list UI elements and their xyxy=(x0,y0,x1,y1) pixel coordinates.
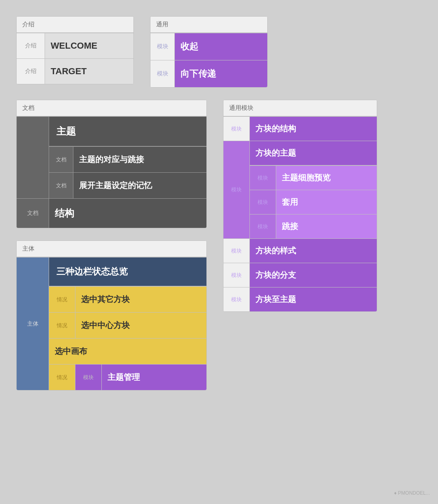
gmodule-nested-label-jump: 模块 xyxy=(250,214,276,238)
intro-value-welcome: WELCOME xyxy=(45,33,133,58)
gmodule-label-structure: 模块 xyxy=(223,117,250,141)
body-title-row: 三种边栏状态总览 xyxy=(49,257,206,286)
page-wrapper: 介绍 介绍 WELCOME 介绍 TARGET 通用 模块 收起 模块 xyxy=(16,16,422,390)
body-card-header: 主体 xyxy=(17,241,206,257)
doc-sub-rows: 文档 主题的对应与跳接 文档 展开主题设定的记忆 xyxy=(49,146,206,198)
doc-right: 主题 文档 主题的对应与跳接 文档 展开主题设定的记忆 xyxy=(49,117,206,198)
general-card: 通用 模块 收起 模块 向下传递 xyxy=(150,16,268,88)
doc-main-row: 主题 文档 主题的对应与跳接 文档 展开主题设定的记忆 xyxy=(17,116,206,198)
gmodule-row-style: 模块 方块的样式 xyxy=(223,238,377,263)
body-sub-label-2: 情况 xyxy=(49,313,75,338)
gmodule-nested-value-preview: 主题细胞预览 xyxy=(276,166,377,190)
body-sub-row-1: 情况 选中其它方块 xyxy=(49,286,206,312)
top-row: 介绍 介绍 WELCOME 介绍 TARGET 通用 模块 收起 模块 xyxy=(16,16,422,88)
body-card: 主体 主体 三种边栏状态总览 情况 选中其它方块 情况 选中中心方块 xyxy=(16,240,207,390)
general-row-collect: 模块 收起 xyxy=(150,33,267,60)
gmodule-label-to-theme: 模块 xyxy=(223,287,250,311)
intro-row-welcome: 介绍 WELCOME xyxy=(17,33,133,58)
body-canvas-row: 情况 模块 主题管理 xyxy=(49,365,206,390)
intro-card-header: 介绍 xyxy=(17,17,133,33)
body-left-col: 主体 xyxy=(17,257,49,390)
intro-table: 介绍 WELCOME 介绍 TARGET xyxy=(17,33,133,84)
gmodule-nested-row-preview: 模块 主题细胞预览 xyxy=(250,165,377,190)
body-sub-row-2: 情况 选中中心方块 xyxy=(49,312,206,338)
gmodule-value-branch: 方块的分支 xyxy=(250,263,377,287)
doc-sub-value-2: 展开主题设定的记忆 xyxy=(73,173,206,198)
gmodule-row-branch: 模块 方块的分支 xyxy=(223,263,377,287)
gmodule-row-to-theme: 模块 方块至主题 xyxy=(223,287,377,311)
gmodule-nested-label-apply: 模块 xyxy=(250,190,276,214)
gmodule-row-structure: 模块 方块的结构 xyxy=(223,116,377,141)
bottom-cards-left: 文档 主题 文档 主题的对应与跳接 文档 展开主题设 xyxy=(16,100,207,390)
doc-main-left-label xyxy=(17,117,49,198)
intro-row-target: 介绍 TARGET xyxy=(17,58,133,84)
gmodule-nested-value-jump: 跳接 xyxy=(276,214,377,238)
body-canvas-label: 情况 xyxy=(49,365,75,390)
gmodule-label-branch: 模块 xyxy=(223,263,250,287)
gmodule-label-style: 模块 xyxy=(223,239,250,263)
intro-card: 介绍 介绍 WELCOME 介绍 TARGET xyxy=(16,16,134,84)
body-main-section: 主体 三种边栏状态总览 情况 选中其它方块 情况 选中中心方块 xyxy=(17,257,206,390)
doc-sub-label-2: 文档 xyxy=(49,173,73,198)
gmodule-value-structure: 方块的结构 xyxy=(250,117,377,141)
body-sub-section: 情况 选中其它方块 情况 选中中心方块 xyxy=(49,286,206,338)
doc-bottom-row: 文档 结构 xyxy=(17,198,206,228)
general-label-pass: 模块 xyxy=(150,60,175,87)
body-right-col: 三种边栏状态总览 情况 选中其它方块 情况 选中中心方块 xyxy=(49,257,206,390)
gmodule-nested-value-apply: 套用 xyxy=(276,190,377,214)
gmodule-value-to-theme: 方块至主题 xyxy=(250,287,377,311)
body-sub-label-1: 情况 xyxy=(49,287,75,312)
watermark: ♦ PMONDOEL... xyxy=(394,490,430,496)
doc-bottom-value: 结构 xyxy=(49,199,206,228)
bottom-row: 文档 主题 文档 主题的对应与跳接 文档 展开主题设 xyxy=(16,100,422,390)
doc-card: 文档 主题 文档 主题的对应与跳接 文档 展开主题设 xyxy=(16,100,207,228)
doc-main-title: 主题 xyxy=(49,117,206,146)
general-label-collect: 模块 xyxy=(150,33,175,60)
intro-label-target: 介绍 xyxy=(17,59,45,84)
intro-label-welcome: 介绍 xyxy=(17,33,45,58)
gmodule-nested-row-apply: 模块 套用 xyxy=(250,190,377,214)
intro-value-target: TARGET xyxy=(45,59,133,84)
general-value-collect: 收起 xyxy=(175,33,267,60)
gmodule-value-style: 方块的样式 xyxy=(250,239,377,263)
doc-bottom-label: 文档 xyxy=(17,199,49,228)
body-canvas-title: 选中画布 xyxy=(49,339,206,365)
body-sub-value-2: 选中中心方块 xyxy=(75,313,206,338)
doc-sub-row-1: 文档 主题的对应与跳接 xyxy=(49,146,206,172)
body-canvas-value: 主题管理 xyxy=(102,365,206,390)
gmodule-card: 通用模块 模块 方块的结构 模块 方块的主题 模块 主题细胞预览 模块 套用 xyxy=(223,100,377,312)
doc-sub-label-1: 文档 xyxy=(49,147,73,172)
doc-sub-value-1: 主题的对应与跳接 xyxy=(73,147,206,172)
general-card-header: 通用 xyxy=(150,17,267,33)
gmodule-card-header: 通用模块 xyxy=(223,100,377,116)
gmodule-nested-theme: 方块的主题 模块 主题细胞预览 模块 套用 模块 跳接 xyxy=(250,141,377,238)
gmodule-nested-label-preview: 模块 xyxy=(250,166,276,190)
gmodule-large-label-theme: 模块 xyxy=(223,141,250,238)
body-canvas-section: 选中画布 情况 模块 主题管理 xyxy=(49,338,206,390)
general-value-pass: 向下传递 xyxy=(175,60,267,87)
body-sub-value-1: 选中其它方块 xyxy=(75,287,206,312)
body-canvas-sub-label: 模块 xyxy=(75,365,102,390)
doc-sub-row-2: 文档 展开主题设定的记忆 xyxy=(49,172,206,198)
gmodule-nested-title: 方块的主题 xyxy=(250,141,377,165)
general-row-pass: 模块 向下传递 xyxy=(150,60,267,87)
gmodule-nested-row-jump: 模块 跳接 xyxy=(250,214,377,238)
doc-card-header: 文档 xyxy=(17,100,206,116)
gmodule-row-theme: 模块 方块的主题 模块 主题细胞预览 模块 套用 模块 跳接 xyxy=(223,141,377,238)
